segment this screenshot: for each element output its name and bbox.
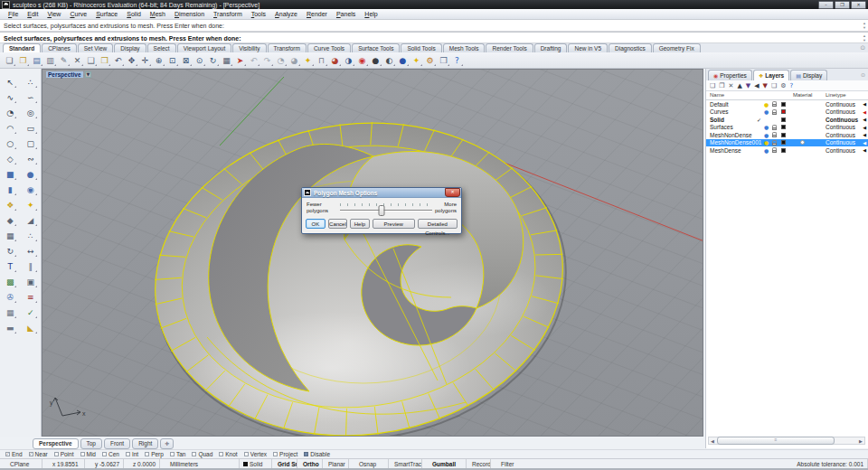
minimize-button[interactable]: – [818,1,834,9]
osnap-toggle[interactable]: Vertex [244,451,267,457]
rotate-tool-icon[interactable]: ↻ [4,246,16,257]
rounded-rect-icon[interactable]: ▢ [24,138,37,149]
record-pale-icon[interactable]: ◕ [288,54,301,67]
scrollbar-thumb[interactable] [717,437,835,445]
new-layer-icon[interactable]: ❏ [710,81,715,90]
torus-icon[interactable]: ◉ [24,184,37,195]
osnap-toggle[interactable]: Near [29,451,48,457]
menu-item[interactable]: Transform [209,11,247,17]
layer-color-swatch[interactable] [781,148,786,153]
settings-wrench-icon[interactable]: ⚙ [780,81,786,90]
osnap-toggle[interactable]: Project [273,451,297,457]
toolbar-tab[interactable]: Render Tools [486,43,533,52]
toolbar-tab[interactable]: Curve Tools [307,43,351,52]
viewport-title[interactable]: Perspective ▼ [46,71,91,78]
shaded-sphere-icon[interactable]: ● [369,54,382,67]
toolbar-tab[interactable]: Mesh Tools [443,43,486,52]
help-icon[interactable]: ? [450,54,464,67]
mesh-density-slider-handle[interactable] [378,205,384,216]
osnap-toggle[interactable]: Knot [219,451,237,457]
layer-row[interactable]: Surfaces ✓ ● Continuous ◀ [706,124,868,132]
layer-row[interactable]: MeshNonDense001 ✓ ● Continuous ◀ [706,139,868,147]
panel-tab[interactable]: ❖ Layers [753,70,789,80]
layer-linetype[interactable]: Continuous [826,139,855,146]
dialog-button[interactable]: Detailed Controls... [418,219,458,229]
osnap-checkbox[interactable] [192,452,196,456]
command-prompt-line[interactable]: Select surfaces, polysurfaces and extrus… [0,32,868,43]
osnap-checkbox[interactable] [304,452,308,456]
named-cplane-icon[interactable]: ▦ [220,54,233,67]
osnap-toggle[interactable]: End [5,451,23,457]
boolean-icon[interactable]: ❖ [4,200,16,211]
column-name[interactable]: Name [710,92,724,98]
menu-item[interactable]: Edit [23,11,42,17]
menu-item[interactable]: Analyze [270,11,302,17]
report-icon[interactable]: ❏ [771,81,777,90]
layer-color-swatch[interactable] [781,140,786,145]
print-icon[interactable]: ▥ [43,54,57,67]
panel-tab[interactable]: ▤ Display [790,70,827,80]
zoom-window-icon[interactable]: ⊡ [165,54,179,67]
osnap-toggle[interactable]: Perp [145,451,164,457]
scale-tool-icon[interactable]: ↔ [24,246,37,257]
layer-linetype[interactable]: Continuous [826,117,858,123]
redo-view-icon[interactable]: ↷ [260,54,274,67]
sphere-icon[interactable]: ● [24,169,37,180]
globe-icon[interactable]: ● [396,54,410,67]
curve-icon[interactable]: ∽ [24,92,37,103]
mesh-density-slider[interactable] [340,202,432,216]
box-icon[interactable]: ■ [4,169,16,180]
osnap-checkbox[interactable] [80,452,85,456]
restore-button[interactable]: ❐ [835,1,850,9]
tabstrip-options-icon[interactable]: ⊙ [860,44,865,52]
command-history-scroll[interactable]: ▲▼ [863,22,866,30]
viewport-tab[interactable]: Perspective [33,438,79,449]
move-down-icon[interactable]: ▼ [746,81,750,90]
paste-icon[interactable]: ❒ [98,54,111,67]
slider-track[interactable] [340,210,432,212]
zoom-extents-icon[interactable]: ⊠ [179,54,193,67]
toolbar-tab[interactable]: Surface Tools [352,43,400,52]
osnap-checkbox[interactable] [54,452,59,456]
osnap-toggle[interactable]: Disable [304,451,330,457]
freeform-icon[interactable]: ∾ [24,154,37,164]
menu-item[interactable]: Tools [247,11,270,17]
layer-visibility-bulb-icon[interactable]: ● [764,132,769,138]
check-icon[interactable]: ✓ [24,307,37,318]
column-linetype[interactable]: Linetype [826,92,846,98]
pointer-icon[interactable]: ↖ [4,77,16,88]
osnap-toggle[interactable]: Tan [170,451,185,457]
layer-lock-icon[interactable] [772,109,777,115]
chamfer-icon[interactable]: ◢ [24,215,37,226]
menu-item[interactable]: Dimension [170,11,209,17]
dialog-button[interactable]: OK [306,219,326,229]
osnap-checkbox[interactable] [102,452,107,456]
dialog-button[interactable]: Help [350,219,370,229]
osnap-checkbox[interactable] [29,452,33,456]
close-button[interactable]: ✕ [851,1,866,9]
viewport-tab[interactable]: Front [104,438,130,449]
scroll-left-icon[interactable]: ◀ [709,438,716,444]
toolbar-tab[interactable]: Diagnostics [609,43,652,52]
ghosted-sphere-icon[interactable]: ◐ [382,54,396,67]
grid-icon[interactable]: ▦ [4,307,16,318]
layer-row[interactable]: MeshNonDense ✓ ● Continuous ◀ [706,131,868,139]
menu-item[interactable]: Mesh [146,11,170,17]
osnap-toggle[interactable]: Mid [80,451,96,457]
viewport-tab[interactable]: Top [80,438,102,449]
lamp-icon[interactable]: ✦ [301,54,315,67]
layer-lock-icon[interactable] [772,147,777,153]
viewport-tab[interactable]: Right [132,438,158,449]
command-history-line[interactable]: Select surfaces, polysurfaces and extrus… [0,20,868,32]
layer-material-icon[interactable] [800,140,805,145]
zoom-selected-icon[interactable]: ⊙ [193,54,206,67]
layer-color-swatch[interactable] [781,118,786,122]
menu-item[interactable]: Surface [91,11,122,17]
layer-lock-icon[interactable] [772,101,777,107]
layer-row[interactable]: Curves ✓ ● Continuous ◀ [706,108,868,117]
undo-icon[interactable]: ↶ [111,54,125,67]
new-viewport-tab-icon[interactable]: ✛ [160,438,174,449]
osnap-toggle[interactable]: Point [54,451,74,457]
scroll-right-icon[interactable]: ▶ [857,438,864,444]
save-icon[interactable]: ▤ [30,54,43,67]
